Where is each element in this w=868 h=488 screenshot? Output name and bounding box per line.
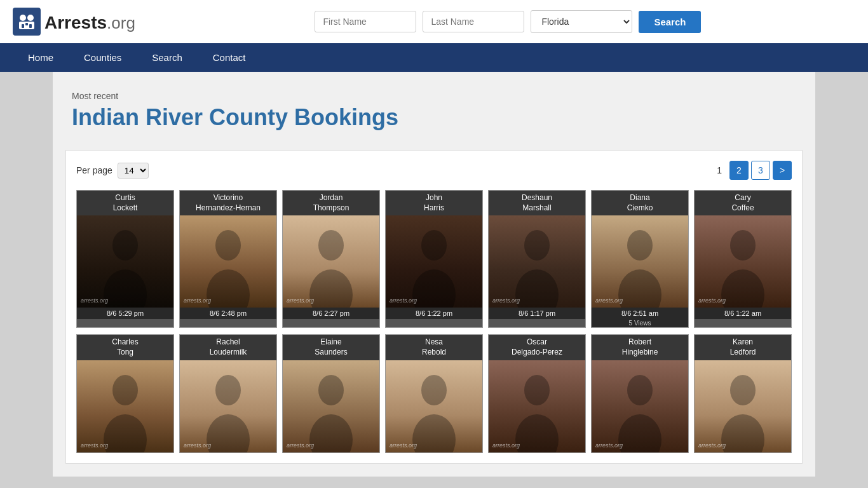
svg-point-22: [215, 375, 241, 405]
watermark: arrests.org: [698, 297, 726, 304]
svg-point-6: [112, 230, 138, 261]
mugshot-name: DeshaunMarshall: [489, 191, 585, 215]
svg-point-1: [27, 15, 34, 21]
watermark: arrests.org: [595, 442, 623, 449]
mugshot-card[interactable]: CharlesTong arrests.org: [76, 334, 174, 452]
nav-counties[interactable]: Counties: [69, 43, 137, 72]
most-recent-label: Most recent: [72, 91, 803, 101]
watermark: arrests.org: [287, 442, 314, 449]
svg-point-26: [421, 375, 447, 405]
controls-row: Per page 14 7 21 28 1 2 3 >: [76, 161, 792, 180]
svg-point-15: [515, 269, 559, 308]
watermark: arrests.org: [390, 442, 417, 449]
next-page-button[interactable]: >: [773, 161, 792, 180]
svg-point-17: [618, 269, 661, 308]
mugshot-name: JordanThompson: [283, 191, 379, 215]
logo-text: Arrests.org: [44, 10, 135, 34]
mugshot-card[interactable]: JohnHarris arrests.org8/6 1:22 pm: [385, 190, 483, 328]
mugshot-card[interactable]: DianaCiemko arrests.org8/6 2:51 am5 View…: [591, 190, 689, 328]
watermark: arrests.org: [492, 297, 520, 304]
mugshot-views: 5 Views: [592, 319, 688, 327]
mugshot-name: VictorinoHernandez-Hernan: [180, 191, 276, 215]
mugshot-photo: arrests.org: [180, 360, 276, 452]
search-button[interactable]: Search: [639, 11, 701, 33]
svg-point-32: [730, 375, 756, 405]
mugshot-name: OscarDelgado-Perez: [489, 335, 585, 360]
mugshot-name: DianaCiemko: [592, 191, 688, 215]
svg-point-28: [524, 375, 550, 405]
mugshot-card[interactable]: RobertHinglebine arrests.org: [591, 334, 689, 452]
main-nav: Home Counties Search Contact: [0, 43, 868, 72]
mugshot-photo: arrests.org: [489, 360, 585, 452]
first-name-input[interactable]: [315, 11, 416, 32]
mugshot-time: 8/6 1:22 pm: [386, 308, 482, 319]
mugshot-card[interactable]: OscarDelgado-Perez arrests.org: [488, 334, 586, 452]
svg-rect-3: [22, 24, 24, 28]
nav-search[interactable]: Search: [137, 43, 198, 72]
nav-home[interactable]: Home: [13, 43, 69, 72]
bookings-container: Per page 14 7 21 28 1 2 3 > CurtisLocket…: [65, 150, 803, 463]
page-2-button[interactable]: 2: [729, 161, 749, 180]
svg-point-31: [618, 414, 661, 452]
watermark: arrests.org: [698, 442, 726, 449]
mugshot-name: RachelLoudermilk: [180, 335, 276, 360]
mugshot-card[interactable]: CurtisLockett arrests.org8/6 5:29 pm: [76, 190, 174, 328]
mugshot-time: 8/6 2:48 pm: [180, 308, 276, 319]
mugshot-name: CaryCoffee: [695, 191, 791, 215]
mugshot-photo: arrests.org: [77, 360, 173, 452]
mugshot-name: RobertHinglebine: [592, 335, 688, 360]
mugshot-time: 8/6 1:22 am: [695, 308, 791, 319]
svg-point-25: [309, 414, 353, 452]
svg-point-29: [515, 414, 559, 452]
watermark: arrests.org: [390, 297, 417, 304]
mugshot-time: 8/6 2:27 pm: [283, 308, 379, 319]
pagination: 1 2 3 >: [712, 161, 792, 180]
mugshot-time: 8/6 5:29 pm: [77, 308, 173, 319]
watermark: arrests.org: [492, 442, 520, 449]
mugshot-card[interactable]: VictorinoHernandez-Hernan arrests.org8/6…: [179, 190, 277, 328]
mugshot-row-2: CharlesTong arrests.orgRachelLoudermilk …: [76, 334, 792, 452]
per-page-area: Per page 14 7 21 28: [76, 163, 149, 179]
svg-point-19: [721, 269, 764, 308]
page-header: Most recent Indian River County Bookings: [65, 85, 803, 144]
mugshot-name: NesaRebold: [386, 335, 482, 360]
mugshot-card[interactable]: CaryCoffee arrests.org8/6 1:22 am: [694, 190, 792, 328]
mugshot-card[interactable]: JordanThompson arrests.org8/6 2:27 pm: [282, 190, 380, 328]
page-3-button[interactable]: 3: [751, 161, 770, 180]
watermark: arrests.org: [287, 297, 314, 304]
mugshot-photo: arrests.org: [695, 360, 791, 452]
mugshot-card[interactable]: RachelLoudermilk arrests.org: [179, 334, 277, 452]
svg-point-24: [318, 375, 344, 405]
page-1-static: 1: [712, 163, 727, 178]
logo[interactable]: Arrests.org: [13, 8, 135, 36]
mugshot-card[interactable]: NesaRebold arrests.org: [385, 334, 483, 452]
per-page-select[interactable]: 14 7 21 28: [118, 163, 149, 179]
state-select[interactable]: Florida Alabama Georgia Texas: [531, 10, 632, 33]
mugshot-time: 8/6 1:17 pm: [489, 308, 585, 319]
site-header: Arrests.org Florida Alabama Georgia Texa…: [0, 0, 868, 43]
watermark: arrests.org: [81, 442, 108, 449]
mugshot-card[interactable]: ElaineSaunders arrests.org: [282, 334, 380, 452]
mugshot-photo: arrests.org: [386, 215, 482, 308]
main-content: Most recent Indian River County Bookings…: [53, 72, 815, 477]
county-title: Indian River County Bookings: [72, 104, 803, 131]
nav-contact[interactable]: Contact: [198, 43, 261, 72]
svg-point-9: [207, 269, 250, 308]
watermark: arrests.org: [81, 297, 108, 304]
svg-point-10: [318, 230, 344, 261]
watermark: arrests.org: [184, 297, 211, 304]
mugshot-time: 8/6 2:51 am: [592, 308, 688, 319]
last-name-input[interactable]: [423, 11, 524, 32]
mugshot-photo: arrests.org: [695, 215, 791, 308]
mugshot-card[interactable]: KarenLedford arrests.org: [694, 334, 792, 452]
mugshot-name: ElaineSaunders: [283, 335, 379, 360]
mugshot-name: CurtisLockett: [77, 191, 173, 215]
watermark: arrests.org: [595, 297, 623, 304]
mugshot-name: KarenLedford: [695, 335, 791, 360]
svg-point-23: [207, 414, 250, 452]
svg-point-16: [627, 230, 653, 261]
svg-point-12: [421, 230, 447, 261]
logo-icon: [13, 8, 41, 36]
svg-point-18: [730, 230, 756, 261]
mugshot-card[interactable]: DeshaunMarshall arrests.org8/6 1:17 pm: [488, 190, 586, 328]
